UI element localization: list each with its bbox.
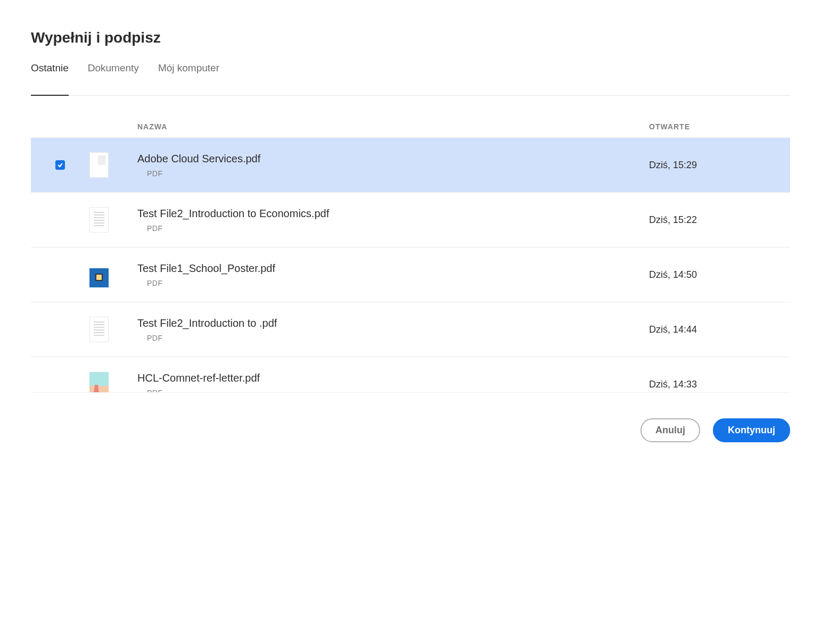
- tab-2[interactable]: Mój komputer: [158, 62, 219, 95]
- opened-date: Dziś, 14:50: [649, 269, 790, 280]
- tab-1[interactable]: Dokumenty: [88, 62, 139, 95]
- thumbnail-cell: [89, 372, 137, 393]
- file-rows: Adobe Cloud Services.pdfPDFDziś, 15:29Te…: [31, 137, 790, 393]
- file-thumbnail-icon: [89, 262, 109, 287]
- name-cell: Test File2_Introduction to .pdfPDF: [137, 317, 649, 342]
- table-row[interactable]: Test File2_Introduction to .pdfPDFDziś, …: [31, 302, 790, 357]
- file-name: HCL-Comnet-ref-letter.pdf: [137, 372, 649, 384]
- name-cell: Adobe Cloud Services.pdfPDF: [137, 153, 649, 178]
- column-header-opened[interactable]: OTWARTE: [649, 122, 790, 131]
- table-header: NAZWA OTWARTE: [31, 122, 790, 137]
- file-thumbnail-icon: [89, 152, 109, 178]
- file-type-label: PDF: [137, 389, 649, 393]
- opened-date: Dziś, 14:33: [649, 379, 790, 390]
- table-row[interactable]: Test File1_School_Poster.pdfPDFDziś, 14:…: [31, 247, 790, 302]
- continue-button[interactable]: Kontynuuj: [713, 418, 790, 442]
- tabs: OstatnieDokumentyMój komputer: [31, 62, 790, 96]
- dialog-footer: Anuluj Kontynuuj: [0, 393, 821, 442]
- file-type-label: PDF: [137, 224, 649, 233]
- table-row[interactable]: Test File2_Introduction to Economics.pdf…: [31, 193, 790, 247]
- file-type-label: PDF: [137, 334, 649, 342]
- column-header-name[interactable]: NAZWA: [137, 122, 649, 131]
- opened-date: Dziś, 15:29: [649, 160, 790, 171]
- file-type-label: PDF: [137, 279, 649, 287]
- table-row[interactable]: HCL-Comnet-ref-letter.pdfPDFDziś, 14:33: [31, 357, 790, 393]
- file-table: NAZWA OTWARTE Adobe Cloud Services.pdfPD…: [31, 122, 790, 393]
- thumbnail-cell: [89, 207, 137, 233]
- thumbnail-cell: [89, 152, 137, 178]
- file-type-label: PDF: [137, 169, 649, 178]
- thumbnail-cell: [89, 317, 137, 342]
- file-thumbnail-icon: [89, 372, 109, 393]
- file-name: Test File2_Introduction to Economics.pdf: [137, 208, 649, 220]
- file-name: Test File2_Introduction to .pdf: [137, 317, 649, 329]
- row-checkbox[interactable]: [55, 160, 65, 170]
- name-cell: HCL-Comnet-ref-letter.pdfPDF: [137, 372, 649, 393]
- table-row[interactable]: Adobe Cloud Services.pdfPDFDziś, 15:29: [31, 138, 790, 193]
- cancel-button[interactable]: Anuluj: [641, 418, 700, 442]
- opened-date: Dziś, 14:44: [649, 324, 790, 335]
- check-icon: [57, 162, 63, 168]
- page-title: Wypełnij i podpisz: [31, 29, 790, 46]
- name-cell: Test File2_Introduction to Economics.pdf…: [137, 208, 649, 233]
- thumbnail-cell: [89, 262, 137, 287]
- tab-0[interactable]: Ostatnie: [31, 62, 69, 95]
- file-thumbnail-icon: [89, 207, 109, 233]
- file-name: Adobe Cloud Services.pdf: [137, 153, 649, 165]
- opened-date: Dziś, 15:22: [649, 214, 790, 226]
- name-cell: Test File1_School_Poster.pdfPDF: [137, 262, 649, 287]
- checkbox-cell: [31, 160, 89, 170]
- file-thumbnail-icon: [89, 317, 109, 342]
- file-name: Test File1_School_Poster.pdf: [137, 262, 649, 275]
